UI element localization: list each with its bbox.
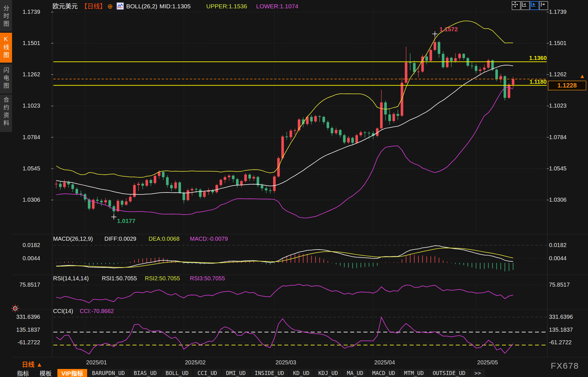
crosshair-icon[interactable]: [512, 1, 521, 10]
x-axis-date-label: 2025/04: [365, 359, 405, 366]
y-axis-label: 1.0545: [549, 165, 566, 172]
boll-indicator-label: BOLL(26,2): [126, 3, 157, 10]
y-axis-label: 75.8517: [10, 281, 40, 288]
x-axis-date-label: 2025/03: [266, 359, 306, 366]
y-axis-label: 135.1837: [549, 327, 573, 333]
triangle-up-icon: ▲: [36, 361, 42, 368]
trading-app-window: 分时图 K线图 闪电图 合约资料 欧元美元 【日线】 ⊕ BOLL(26,2) …: [0, 0, 588, 377]
y-axis-label: 0.0044: [10, 255, 40, 262]
period-tag[interactable]: 【日线】: [81, 3, 106, 10]
indicator-tab->>[interactable]: >>: [470, 369, 485, 377]
indicator-toolbar: 指标模板VIP指标BARUPDN_UDBIAS_UDBOLL_UDCCI_UDD…: [12, 369, 486, 377]
macd-dea-value: DEA:0.0068: [149, 235, 180, 242]
macd-diff-value: DIFF:0.0029: [104, 235, 136, 242]
indicator-tab-[interactable]: 模板: [35, 369, 57, 377]
indicator-tab-dmiud[interactable]: DMI_UD: [222, 369, 250, 377]
cci-value: CCI:-70.8662: [80, 308, 114, 314]
low-price-annotation: 1.0177: [117, 217, 135, 224]
y-axis-label: 1.1262: [10, 71, 40, 78]
y-axis-label: 1.1023: [10, 102, 40, 109]
boll-upper-value: UPPER:1.1536: [206, 3, 247, 10]
y-axis-label: 1.0784: [10, 134, 40, 141]
y-axis-label: 331.6396: [549, 314, 573, 320]
y-axis-label: 135.1837: [10, 327, 40, 333]
indicator-tab-biasud[interactable]: BIAS_UD: [130, 369, 161, 377]
y-axis-label: 75.8517: [549, 281, 570, 288]
symbol-title: 欧元美元: [52, 3, 78, 10]
y-axis-label: 1.1739: [549, 9, 566, 15]
x-axis-date-label: 2025/02: [175, 359, 215, 366]
axis-range-icon[interactable]: [521, 1, 530, 10]
indicator-tab-barupdnud[interactable]: BARUPDN_UD: [88, 369, 129, 377]
y-axis-label: 1.1739: [10, 9, 40, 15]
period-label: 日线: [22, 361, 34, 368]
x-axis-date-label: 2025/05: [468, 359, 508, 366]
rsi1-value: RSI1:50.7055: [102, 275, 137, 282]
y-axis-label: 1.1262: [549, 71, 566, 78]
indicator-tab-kdjud[interactable]: KDJ_UD: [314, 369, 342, 377]
watermark: FX678: [551, 361, 579, 371]
y-axis-label: 1.0306: [10, 197, 40, 203]
y-axis-label: 0.0182: [10, 242, 40, 248]
circle-plus-icon[interactable]: ⊕: [107, 3, 113, 10]
y-axis-label: 1.0784: [549, 134, 566, 141]
last-price-value: 1.1228: [557, 82, 577, 89]
rsi-indicator-label: RSI(14,14,14): [53, 275, 89, 282]
x-axis-date-label: 2025/01: [76, 359, 116, 366]
cci-indicator-label: CCI(14): [53, 308, 73, 314]
y-axis-label: 0.0044: [549, 255, 566, 262]
y-axis-label: 1.1023: [549, 102, 566, 109]
indicator-tab-mtmud[interactable]: MTM_UD: [400, 369, 428, 377]
chart-canvas[interactable]: [0, 0, 588, 377]
indicator-tab-bollud[interactable]: BOLL_UD: [161, 369, 192, 377]
indicator-tab-[interactable]: 指标: [12, 369, 34, 377]
y-axis-label: 0.0182: [549, 242, 566, 248]
indicator-tab-maud[interactable]: MA_UD: [343, 369, 367, 377]
y-axis-label: -61.2722: [549, 339, 572, 346]
y-axis-label: 1.0545: [10, 165, 40, 172]
y-axis-label: 331.6396: [10, 314, 40, 320]
period-selector[interactable]: 日线 ▲: [22, 359, 42, 368]
macd-indicator-label: MACD(26,12,9): [53, 235, 93, 242]
price-up-arrow-icon: ▲: [579, 73, 585, 79]
indicator-tab-cciud[interactable]: CCI_UD: [193, 369, 221, 377]
boll-lower-value: LOWER:1.1074: [256, 3, 298, 10]
macd-hist-value: MACD:-0.0079: [190, 235, 228, 242]
hline-label-1136: 1.1360: [525, 55, 547, 61]
indicator-tab-outsideud[interactable]: OUTSIDE_UD: [429, 369, 469, 377]
y-axis-label: 1.1501: [10, 40, 40, 46]
rsi3-value: RSI3:50.7055: [190, 275, 225, 282]
y-axis-label: 1.0306: [549, 197, 566, 203]
indicator-tab-vip[interactable]: VIP指标: [57, 369, 87, 377]
axis-shift-icon[interactable]: [539, 1, 548, 10]
indicator-tab-insideud[interactable]: INSIDE_UD: [251, 369, 288, 377]
indicator-tab-macdud[interactable]: MACD_UD: [368, 369, 399, 377]
rsi2-value: RSI2:50.7055: [145, 275, 180, 282]
last-price-badge: 1.1228: [548, 81, 586, 90]
hline-label-1118: 1.1180: [525, 79, 547, 85]
boll-mid-value: MID:1.1305: [159, 3, 191, 10]
indicator-tab-kdud[interactable]: KD_UD: [289, 369, 314, 377]
y-axis-label: 1.1501: [549, 40, 566, 46]
y-axis-label: -61.2722: [10, 339, 40, 346]
axis-play-icon[interactable]: [530, 1, 539, 10]
high-price-annotation: 1.1572: [439, 26, 458, 33]
